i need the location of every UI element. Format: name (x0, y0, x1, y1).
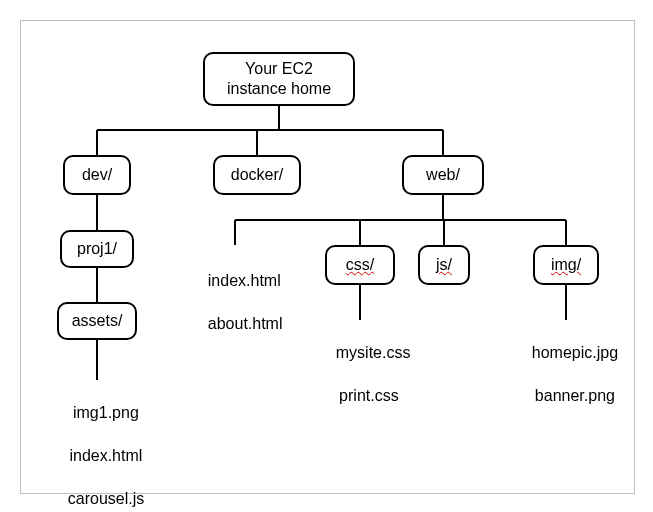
css-file2: print.css (339, 387, 399, 404)
js-label: js/ (436, 255, 452, 275)
dev-label: dev/ (82, 165, 112, 185)
web-label: web/ (426, 165, 460, 185)
root-line2: instance home (227, 80, 331, 97)
img-label: img/ (551, 255, 581, 275)
root-line1: Your EC2 (245, 60, 313, 77)
img-file2: banner.png (535, 387, 615, 404)
css-file1: mysite.css (336, 344, 411, 361)
node-proj1: proj1/ (60, 230, 134, 268)
css-files: mysite.css print.css (318, 320, 402, 428)
web-files: index.html about.html (190, 248, 280, 356)
docker-label: docker/ (231, 165, 283, 185)
node-assets: assets/ (57, 302, 137, 340)
web-file1: index.html (208, 272, 281, 289)
web-file2: about.html (208, 315, 283, 332)
assets-file2: index.html (69, 447, 142, 464)
node-web: web/ (402, 155, 484, 195)
assets-file3: carousel.js (68, 490, 144, 507)
node-dev: dev/ (63, 155, 131, 195)
assets-files: img1.png index.html carousel.js (50, 380, 144, 512)
node-docker: docker/ (213, 155, 301, 195)
img-file1: homepic.jpg (532, 344, 618, 361)
node-css: css/ (325, 245, 395, 285)
node-root: Your EC2 instance home (203, 52, 355, 106)
assets-file1: img1.png (73, 404, 139, 421)
css-label: css/ (346, 255, 374, 275)
node-js: js/ (418, 245, 470, 285)
img-files: homepic.jpg banner.png (513, 320, 619, 428)
assets-label: assets/ (72, 311, 123, 331)
node-img: img/ (533, 245, 599, 285)
proj1-label: proj1/ (77, 239, 117, 259)
